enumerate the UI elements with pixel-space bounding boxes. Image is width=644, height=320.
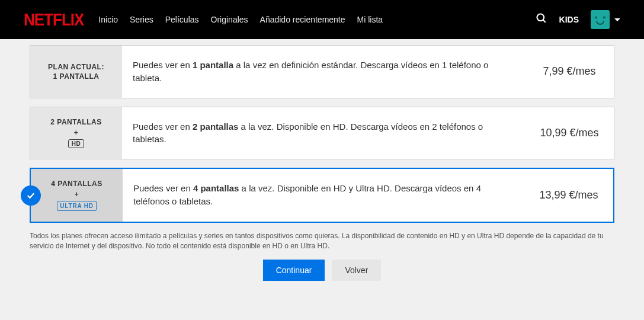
- plan-option-2[interactable]: 2 PANTALLAS + HD Puedes ver en 2 pantall…: [30, 107, 614, 160]
- hd-badge-icon: HD: [68, 139, 84, 148]
- content: Cambiar plan streaming PLAN ACTUAL: 1 PA…: [0, 39, 644, 281]
- right-nav: KIDS: [536, 10, 620, 29]
- profile-menu[interactable]: [591, 10, 620, 29]
- svg-point-0: [537, 14, 544, 21]
- nav-movies[interactable]: Películas: [165, 15, 199, 24]
- nav-originals[interactable]: Originales: [211, 15, 248, 24]
- svg-line-1: [543, 20, 545, 23]
- avatar-icon: [591, 10, 610, 29]
- plan-option-3[interactable]: 4 PANTALLAS + ULTRA HD Puedes ver en 4 p…: [30, 168, 614, 223]
- header: NETFLIX Inicio Series Películas Original…: [0, 0, 644, 39]
- plan-price: 13,99 €/mes: [524, 169, 613, 222]
- plan-description: Puedes ver en 1 pantalla a la vez en def…: [122, 46, 525, 98]
- caret-down-icon: [614, 18, 620, 21]
- checkmark-icon: [21, 185, 41, 206]
- plan-option-1[interactable]: PLAN ACTUAL: 1 PANTALLA Puedes ver en 1 …: [30, 45, 614, 98]
- plan-label-line1: PLAN ACTUAL:: [48, 63, 104, 71]
- ultrahd-badge-icon: ULTRA HD: [57, 201, 96, 211]
- plan-label-line1: 4 PANTALLAS: [51, 180, 102, 188]
- main-nav: Inicio Series Películas Originales Añadi…: [98, 15, 383, 24]
- plan-label: PLAN ACTUAL: 1 PANTALLA: [30, 46, 122, 98]
- plan-description: Puedes ver en 4 pantallas a la vez. Disp…: [123, 169, 524, 222]
- disclaimer-text: Todos los planes ofrecen acceso ilimitad…: [30, 231, 614, 251]
- continue-button[interactable]: Continuar: [263, 260, 325, 281]
- plan-label-line1: 2 PANTALLAS: [50, 118, 101, 126]
- nav-mylist[interactable]: Mi lista: [357, 15, 383, 24]
- nav-home[interactable]: Inicio: [98, 15, 118, 24]
- back-button[interactable]: Volver: [332, 260, 381, 281]
- brand-logo[interactable]: NETFLIX: [24, 9, 84, 30]
- button-row: Continuar Volver: [30, 260, 614, 281]
- plan-label: 4 PANTALLAS + ULTRA HD: [31, 169, 123, 222]
- plan-label: 2 PANTALLAS + HD: [30, 107, 122, 159]
- nav-recent[interactable]: Añadido recientemente: [260, 15, 345, 24]
- plus-icon: +: [75, 190, 79, 199]
- plan-description: Puedes ver en 2 pantallas a la vez. Disp…: [122, 107, 525, 159]
- plan-price: 7,99 €/mes: [525, 46, 614, 98]
- nav-series[interactable]: Series: [130, 15, 153, 24]
- plus-icon: +: [74, 129, 79, 137]
- plan-label-line2: 1 PANTALLA: [53, 72, 100, 81]
- plan-price: 10,99 €/mes: [525, 107, 614, 159]
- kids-link[interactable]: KIDS: [559, 15, 579, 24]
- search-icon[interactable]: [536, 12, 547, 27]
